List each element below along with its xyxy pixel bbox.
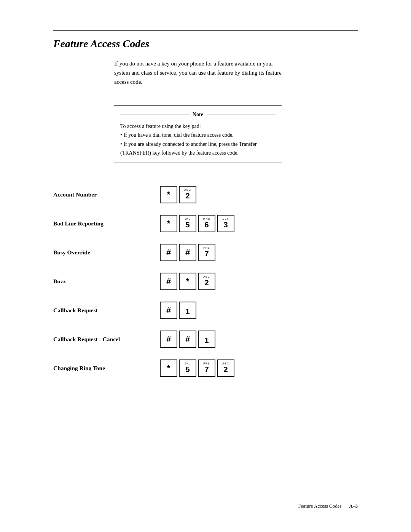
note-line-left [120, 115, 189, 115]
note-content: To access a feature using the key pad: •… [120, 122, 276, 157]
note-line-2: • If you have a dial tone, dial the feat… [120, 132, 234, 138]
feature-row: Bad Line Reporting*JKL5MNO6DEF3 [53, 215, 358, 232]
key-button: 1 [198, 331, 215, 348]
keypad-sequence: #1 [160, 302, 196, 319]
feature-label: Account Number [53, 191, 148, 198]
feature-label: Changing Ring Tone [53, 365, 148, 372]
intro-text: If you do not have a key on your phone f… [114, 59, 282, 86]
keypad-sequence: *JKL5MNO6DEF3 [160, 215, 234, 232]
key-button: 1 [179, 302, 196, 319]
feature-label: Busy Override [53, 249, 148, 256]
key-button: # [160, 302, 177, 319]
key-button: # [160, 331, 177, 348]
key-button: ABC2 [179, 186, 196, 203]
feature-label: Buzz [53, 278, 148, 285]
key-button: * [160, 215, 177, 232]
page: Feature Access Codes If you do not have … [0, 0, 411, 532]
keypad-sequence: *ABC2 [160, 186, 196, 203]
key-button: * [160, 186, 177, 203]
footer-text: Feature Access Codes [298, 503, 342, 509]
feature-row: Callback Request#1 [53, 302, 358, 319]
key-button: PRS7 [198, 244, 215, 261]
feature-label: Callback Request - Cancel [53, 336, 148, 343]
footer-page: A–3 [349, 503, 358, 509]
footer: Feature Access Codes A–3 [298, 503, 358, 509]
feature-label: Bad Line Reporting [53, 220, 148, 227]
feature-row: Buzz#*ABC2 [53, 273, 358, 290]
note-label: Note [193, 110, 203, 119]
keypad-sequence: *JKL5PRS7ABC2 [160, 359, 234, 377]
key-button: * [179, 273, 196, 290]
keypad-sequence: #*ABC2 [160, 273, 215, 290]
top-rule [53, 30, 358, 31]
feature-list: Account Number*ABC2Bad Line Reporting*JK… [53, 186, 358, 377]
key-button: JKL5 [179, 359, 196, 377]
key-button: ABC2 [217, 359, 234, 377]
note-box: Note To access a feature using the key p… [114, 105, 282, 163]
key-button: * [160, 359, 177, 377]
feature-row: Busy Override##PRS7 [53, 244, 358, 261]
key-button: # [179, 331, 196, 348]
note-header: Note [120, 110, 276, 119]
key-button: # [179, 244, 196, 261]
key-button: # [160, 244, 177, 261]
feature-row: Callback Request - Cancel##1 [53, 331, 358, 348]
feature-label: Callback Request [53, 307, 148, 314]
feature-row: Account Number*ABC2 [53, 186, 358, 203]
key-button: # [160, 273, 177, 290]
key-button: MNO6 [198, 215, 215, 232]
key-button: JKL5 [179, 215, 196, 232]
key-button: ABC2 [198, 273, 215, 290]
keypad-sequence: ##1 [160, 331, 215, 348]
key-button: DEF3 [217, 215, 234, 232]
keypad-sequence: ##PRS7 [160, 244, 215, 261]
page-title: Feature Access Codes [53, 38, 358, 50]
key-button: PRS7 [198, 359, 215, 377]
note-line-3: • If you are already connected to anothe… [120, 141, 257, 156]
note-line-1: To access a feature using the key pad: [120, 123, 201, 129]
note-line-right [207, 115, 276, 115]
feature-row: Changing Ring Tone*JKL5PRS7ABC2 [53, 359, 358, 377]
